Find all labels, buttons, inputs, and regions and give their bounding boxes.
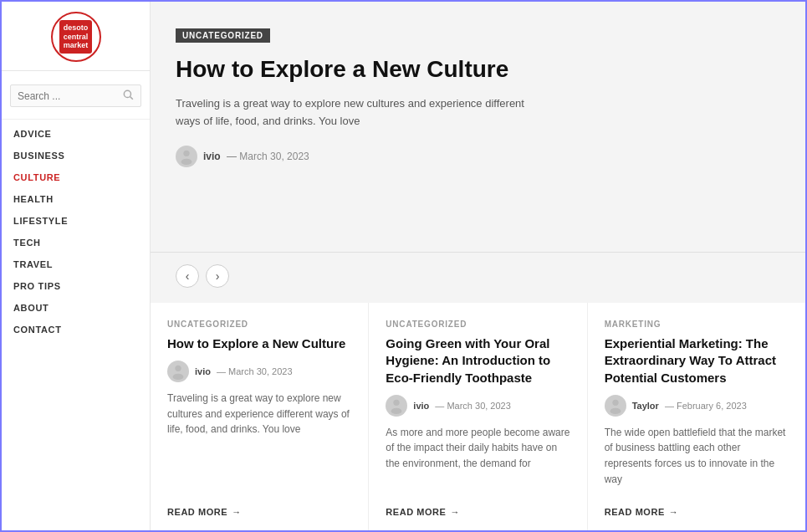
nav-item-business[interactable]: BUSINESS xyxy=(2,145,150,166)
logo-area: desoto central market xyxy=(2,2,150,71)
card-1-arrow-icon: → xyxy=(232,507,242,517)
card-3-author: Taylor xyxy=(632,401,659,411)
hero-section: UNCATEGORIZED How to Explore a New Cultu… xyxy=(151,2,805,253)
browser-frame: desoto central market ADVICE BUSINESS CU… xyxy=(0,0,807,532)
card-1-dash: — xyxy=(217,366,226,376)
pagination-next-button[interactable]: › xyxy=(206,264,229,288)
svg-point-4 xyxy=(175,366,181,371)
svg-point-9 xyxy=(610,408,621,414)
search-box[interactable] xyxy=(10,84,141,107)
article-card-1: UNCATEGORIZED How to Explore a New Cultu… xyxy=(151,303,369,530)
card-2-excerpt: As more and more people become aware of … xyxy=(386,425,569,495)
hero-author-avatar xyxy=(176,146,197,167)
card-3-date: February 6, 2023 xyxy=(677,401,747,411)
nav-item-about[interactable]: ABOUT xyxy=(2,297,150,319)
card-3-arrow-icon: → xyxy=(669,507,679,517)
nav-item-health[interactable]: HEALTH xyxy=(2,188,150,210)
nav-divider-top xyxy=(2,119,150,120)
nav-item-pro-tips[interactable]: PRO TIPS xyxy=(2,275,150,297)
svg-point-3 xyxy=(181,158,192,164)
card-2-date: March 30, 2023 xyxy=(447,401,510,411)
article-card-3: MARKETING Experiential Marketing: The Ex… xyxy=(588,303,805,530)
nav-item-culture[interactable]: CULTURE xyxy=(2,166,150,188)
svg-point-5 xyxy=(173,374,184,380)
hero-category-badge: UNCATEGORIZED xyxy=(176,28,270,43)
nav-item-lifestyle[interactable]: LIFESTYLE xyxy=(2,210,150,232)
card-1-excerpt: Traveling is a great way to explore new … xyxy=(167,391,351,495)
svg-line-1 xyxy=(130,97,133,100)
card-2-avatar xyxy=(386,395,407,417)
svg-point-2 xyxy=(183,150,189,156)
card-1-read-more-button[interactable]: READ MORE → xyxy=(167,507,351,517)
card-3-meta: Taylor — February 6, 2023 xyxy=(605,395,789,417)
nav-item-advice[interactable]: ADVICE xyxy=(2,123,150,145)
card-2-author: ivio xyxy=(413,401,429,411)
card-2-category: UNCATEGORIZED xyxy=(386,320,569,329)
card-3-read-more-button[interactable]: READ MORE → xyxy=(605,507,789,517)
card-3-excerpt: The wide open battlefield that the marke… xyxy=(605,425,789,495)
nav-menu: ADVICE BUSINESS CULTURE HEALTH LIFESTYLE… xyxy=(2,123,150,340)
article-card-2: UNCATEGORIZED Going Green with Your Oral… xyxy=(369,303,587,530)
card-1-date: March 30, 2023 xyxy=(228,366,292,376)
svg-point-7 xyxy=(391,408,402,414)
svg-point-0 xyxy=(124,90,130,97)
hero-excerpt: Traveling is a great way to explore new … xyxy=(176,95,527,130)
card-1-meta: ivio — March 30, 2023 xyxy=(167,361,351,382)
card-1-avatar xyxy=(167,361,189,382)
pagination-prev-button[interactable]: ‹ xyxy=(176,264,199,288)
card-2-title: Going Green with Your Oral Hygiene: An I… xyxy=(386,335,569,386)
card-2-dash: — xyxy=(435,401,444,411)
hero-date: March 30, 2023 xyxy=(239,151,309,162)
card-3-avatar xyxy=(605,395,626,417)
card-1-author: ivio xyxy=(195,366,211,376)
pagination-section: ‹ › xyxy=(151,253,805,303)
search-input[interactable] xyxy=(18,90,122,102)
main-content: UNCATEGORIZED How to Explore a New Cultu… xyxy=(151,2,805,530)
hero-dash-text: — xyxy=(227,151,237,162)
card-3-title: Experiential Marketing: The Extraordinar… xyxy=(605,335,789,386)
card-2-meta: ivio — March 30, 2023 xyxy=(386,395,569,417)
hero-meta: ivio — March 30, 2023 xyxy=(176,146,780,167)
logo-circle: desoto central market xyxy=(51,12,101,62)
cards-section: UNCATEGORIZED How to Explore a New Cultu… xyxy=(151,303,805,530)
card-2-arrow-icon: → xyxy=(451,507,461,517)
nav-item-travel[interactable]: TRAVEL xyxy=(2,253,150,275)
svg-point-6 xyxy=(394,399,400,405)
hero-author-name: ivio xyxy=(203,151,221,162)
card-1-category: UNCATEGORIZED xyxy=(167,320,351,329)
logo-text: desoto central market xyxy=(59,20,93,54)
card-2-read-more-button[interactable]: READ MORE → xyxy=(386,507,569,517)
search-icon xyxy=(122,89,134,103)
sidebar: desoto central market ADVICE BUSINESS CU… xyxy=(2,2,151,530)
nav-item-tech[interactable]: TECH xyxy=(2,232,150,253)
card-3-category: MARKETING xyxy=(605,320,789,329)
hero-title: How to Explore a New Culture xyxy=(176,54,780,84)
card-1-title: How to Explore a New Culture xyxy=(167,335,351,352)
card-3-dash: — xyxy=(665,401,674,411)
svg-point-8 xyxy=(612,399,618,405)
nav-item-contact[interactable]: CONTACT xyxy=(2,319,150,340)
